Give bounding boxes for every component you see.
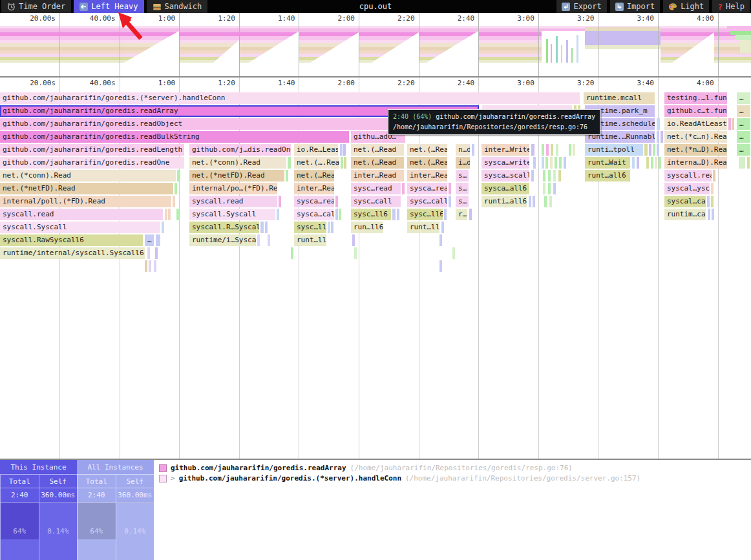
frame[interactable]: sysc…call <box>407 196 447 207</box>
frame[interactable] <box>331 222 333 233</box>
frame[interactable] <box>550 157 553 169</box>
frame[interactable]: sysca…all6 <box>481 183 529 194</box>
frame[interactable] <box>659 157 661 169</box>
frame[interactable] <box>265 222 268 233</box>
frame[interactable] <box>553 183 556 194</box>
frame[interactable] <box>707 196 710 207</box>
minimap-overview[interactable] <box>0 26 751 76</box>
frame[interactable] <box>145 260 147 272</box>
frame[interactable]: net.(*n…D).Read <box>664 144 727 156</box>
frame[interactable]: n…d <box>456 144 470 156</box>
import-button[interactable]: Import <box>610 0 660 13</box>
frame[interactable]: … <box>737 118 750 130</box>
frame[interactable]: github.com/j…dis.readOne <box>189 144 291 156</box>
frame[interactable] <box>653 144 655 156</box>
frame[interactable]: net.(…Read <box>351 157 404 169</box>
frame[interactable] <box>553 170 556 181</box>
frame[interactable]: sysc…call <box>351 196 401 207</box>
frame[interactable]: github.com/jauhararifin/goredis.readBulk… <box>0 131 349 143</box>
frame[interactable] <box>545 157 548 169</box>
frame[interactable]: net.(*netFD).Read <box>0 183 173 194</box>
frame[interactable] <box>657 118 660 130</box>
frame[interactable] <box>711 196 714 207</box>
frame[interactable] <box>544 196 547 207</box>
frame[interactable] <box>147 247 150 259</box>
frame[interactable] <box>439 260 442 272</box>
frame[interactable]: interna…D).Read <box>664 157 727 169</box>
frame[interactable] <box>632 157 635 169</box>
frame[interactable] <box>543 183 545 194</box>
frame[interactable] <box>452 247 455 259</box>
frame[interactable]: inter…Read <box>407 170 447 181</box>
frame[interactable] <box>354 247 357 259</box>
frame[interactable] <box>268 234 270 246</box>
frame[interactable] <box>344 157 346 169</box>
frame[interactable]: … <box>737 144 750 156</box>
frame[interactable] <box>548 170 551 181</box>
frame[interactable] <box>441 222 444 233</box>
frame[interactable] <box>279 196 281 207</box>
frame[interactable] <box>165 209 167 220</box>
frame[interactable]: sysc…ll6 <box>351 209 391 220</box>
frame[interactable] <box>542 144 544 156</box>
frame[interactable]: runt…ll6 <box>294 234 326 246</box>
frame[interactable] <box>549 196 552 207</box>
frame[interactable]: sysca…read <box>294 196 334 207</box>
frame[interactable] <box>173 196 175 207</box>
frame[interactable] <box>149 260 151 272</box>
frame[interactable]: runti…all6 <box>481 196 527 207</box>
frame[interactable] <box>339 209 341 220</box>
frame[interactable] <box>168 209 171 220</box>
frame[interactable]: s… <box>456 170 469 181</box>
frame[interactable]: runtime/internal/syscall.Syscall6 <box>0 247 145 259</box>
frame[interactable]: sysc…ll6 <box>407 209 443 220</box>
frame[interactable] <box>637 157 639 169</box>
frame[interactable] <box>657 131 659 143</box>
frame[interactable] <box>661 131 663 143</box>
frame[interactable] <box>291 247 293 259</box>
frame[interactable]: net.(…Read <box>294 170 334 181</box>
export-button[interactable]: Export <box>556 0 606 13</box>
frame[interactable] <box>288 157 291 169</box>
frame[interactable] <box>257 234 260 246</box>
frame[interactable] <box>176 209 179 220</box>
frame[interactable] <box>713 170 715 181</box>
frame[interactable]: inter…Read <box>294 183 334 194</box>
frame[interactable]: s… <box>456 183 469 194</box>
frame[interactable] <box>657 144 659 156</box>
frame[interactable]: run…ll6 <box>351 222 383 233</box>
minimap[interactable]: 20.00s40.00s1:001:201:402:002:202:403:00… <box>0 13 751 78</box>
frame[interactable]: sysc…read <box>351 183 401 194</box>
frame[interactable]: … <box>145 234 154 246</box>
frame[interactable] <box>162 222 164 233</box>
frame[interactable]: github.c…t.func2 <box>664 105 727 117</box>
frame[interactable] <box>154 260 156 272</box>
frame[interactable]: net.(….Read <box>294 157 339 169</box>
frame[interactable]: sysca…write <box>481 157 529 169</box>
frame[interactable] <box>529 196 531 207</box>
frame[interactable] <box>469 209 472 220</box>
frame[interactable] <box>747 157 750 169</box>
frame[interactable] <box>449 183 451 194</box>
frame[interactable] <box>335 209 338 220</box>
frame[interactable]: runti…tpoll <box>585 144 643 156</box>
frame[interactable]: runtime.mcall <box>584 92 655 104</box>
frame[interactable]: syscall.R…Syscall6 <box>189 222 259 233</box>
frame[interactable] <box>712 209 714 220</box>
frame[interactable] <box>156 234 160 246</box>
frame[interactable]: … <box>737 92 750 104</box>
frame[interactable] <box>155 247 158 259</box>
frame[interactable] <box>649 144 651 156</box>
frame[interactable] <box>444 209 447 220</box>
frame[interactable]: net.(…Read <box>407 157 447 169</box>
frame[interactable] <box>352 234 355 246</box>
frame[interactable] <box>543 170 545 181</box>
frame[interactable] <box>732 118 734 130</box>
frame[interactable] <box>531 170 534 181</box>
frame[interactable]: sysca…call <box>294 209 334 220</box>
frame[interactable] <box>402 183 405 194</box>
frame[interactable]: io.Re…Least <box>294 144 338 156</box>
frame[interactable]: syscall.RawSyscall6 <box>0 234 143 246</box>
frame[interactable] <box>644 144 648 156</box>
frame[interactable]: testing.…l.func1 <box>664 92 727 104</box>
